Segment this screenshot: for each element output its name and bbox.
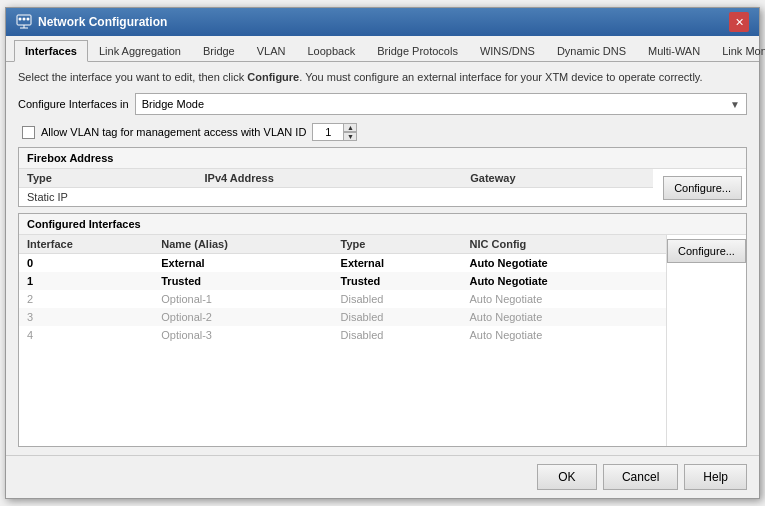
firebox-ipv4-cell xyxy=(197,188,463,207)
iface-cell-2: Disabled xyxy=(333,326,462,344)
interfaces-table: Interface Name (Alias) Type NIC Config 0… xyxy=(19,235,666,344)
table-row[interactable]: 4Optional-3DisabledAuto Negotiate xyxy=(19,326,666,344)
table-row[interactable]: 3Optional-2DisabledAuto Negotiate xyxy=(19,308,666,326)
table-row[interactable]: 1TrustedTrustedAuto Negotiate xyxy=(19,272,666,290)
iface-cell-3: Auto Negotiate xyxy=(462,272,667,290)
iface-col-nic: NIC Config xyxy=(462,235,667,254)
ok-button[interactable]: OK xyxy=(537,464,597,490)
vlan-row: Allow VLAN tag for management access wit… xyxy=(18,123,747,141)
iface-cell-2: Disabled xyxy=(333,290,462,308)
interfaces-table-wrap: Interface Name (Alias) Type NIC Config 0… xyxy=(19,235,666,446)
tab-interfaces[interactable]: Interfaces xyxy=(14,40,88,62)
info-suffix: . You must configure an external interfa… xyxy=(299,71,702,83)
iface-cell-1: External xyxy=(153,254,332,273)
iface-col-name: Name (Alias) xyxy=(153,235,332,254)
svg-point-4 xyxy=(23,18,26,21)
vlan-decrement-button[interactable]: ▼ xyxy=(343,132,357,141)
svg-point-3 xyxy=(19,18,22,21)
tab-dynamic-dns[interactable]: Dynamic DNS xyxy=(546,40,637,61)
firebox-type-cell: Static IP xyxy=(19,188,197,207)
info-text: Select the interface you want to edit, t… xyxy=(18,70,747,85)
tab-link-monitor[interactable]: Link Monitor xyxy=(711,40,765,61)
dropdown-value: Bridge Mode xyxy=(142,98,204,110)
firebox-table-wrap: Type IPv4 Address Gateway Static IP xyxy=(19,169,653,206)
firebox-table: Type IPv4 Address Gateway Static IP xyxy=(19,169,653,206)
help-button[interactable]: Help xyxy=(684,464,747,490)
iface-cell-1: Optional-3 xyxy=(153,326,332,344)
dropdown-arrow-icon: ▼ xyxy=(730,99,740,110)
tab-link-aggregation[interactable]: Link Aggregation xyxy=(88,40,192,61)
close-button[interactable]: ✕ xyxy=(729,12,749,32)
iface-cell-1: Optional-2 xyxy=(153,308,332,326)
configure-in-dropdown[interactable]: Bridge Mode ▼ xyxy=(135,93,747,115)
iface-col-interface: Interface xyxy=(19,235,153,254)
table-row: Static IP xyxy=(19,188,653,207)
title-bar-left: Network Configuration xyxy=(16,14,167,30)
info-prefix: Select the interface you want to edit, t… xyxy=(18,71,247,83)
iface-cell-0: 3 xyxy=(19,308,153,326)
firebox-content: Type IPv4 Address Gateway Static IP xyxy=(19,169,746,206)
dialog-title: Network Configuration xyxy=(38,15,167,29)
iface-cell-1: Optional-1 xyxy=(153,290,332,308)
configured-interfaces-title: Configured Interfaces xyxy=(19,214,746,235)
vlan-label: Allow VLAN tag for management access wit… xyxy=(41,126,306,138)
network-configuration-dialog: Network Configuration ✕ Interfaces Link … xyxy=(5,7,760,499)
table-row[interactable]: 2Optional-1DisabledAuto Negotiate xyxy=(19,290,666,308)
iface-cell-3: Auto Negotiate xyxy=(462,326,667,344)
tab-loopback[interactable]: Loopback xyxy=(296,40,366,61)
vlan-spinner: ▲ ▼ xyxy=(343,123,357,141)
tab-vlan[interactable]: VLAN xyxy=(246,40,297,61)
firebox-col-type: Type xyxy=(19,169,197,188)
iface-cell-2: External xyxy=(333,254,462,273)
configure-in-row: Configure Interfaces in Bridge Mode ▼ xyxy=(18,93,747,115)
firebox-address-section: Firebox Address Type IPv4 Address Gatewa… xyxy=(18,147,747,207)
tab-bridge[interactable]: Bridge xyxy=(192,40,246,61)
footer-bar: OK Cancel Help xyxy=(6,455,759,498)
svg-point-5 xyxy=(27,18,30,21)
iface-cell-0: 0 xyxy=(19,254,153,273)
interfaces-body: Interface Name (Alias) Type NIC Config 0… xyxy=(19,235,746,446)
vlan-increment-button[interactable]: ▲ xyxy=(343,123,357,132)
iface-cell-2: Disabled xyxy=(333,308,462,326)
firebox-address-title: Firebox Address xyxy=(19,148,746,169)
iface-cell-3: Auto Negotiate xyxy=(462,308,667,326)
firebox-configure-button[interactable]: Configure... xyxy=(663,176,742,200)
tab-bridge-protocols[interactable]: Bridge Protocols xyxy=(366,40,469,61)
firebox-col-ipv4: IPv4 Address xyxy=(197,169,463,188)
firebox-gateway-cell xyxy=(462,188,653,207)
iface-cell-0: 2 xyxy=(19,290,153,308)
interfaces-configure-right: Configure... xyxy=(666,235,746,446)
cancel-button[interactable]: Cancel xyxy=(603,464,678,490)
main-content: Select the interface you want to edit, t… xyxy=(6,62,759,455)
tab-multi-wan[interactable]: Multi-WAN xyxy=(637,40,711,61)
iface-cell-0: 1 xyxy=(19,272,153,290)
vlan-checkbox[interactable] xyxy=(22,126,35,139)
iface-cell-3: Auto Negotiate xyxy=(462,290,667,308)
network-icon xyxy=(16,14,32,30)
title-bar: Network Configuration ✕ xyxy=(6,8,759,36)
iface-col-type: Type xyxy=(333,235,462,254)
vlan-id-input[interactable] xyxy=(312,123,344,141)
tab-wins-dns[interactable]: WINS/DNS xyxy=(469,40,546,61)
info-bold: Configure xyxy=(247,71,299,83)
firebox-col-gateway: Gateway xyxy=(462,169,653,188)
firebox-configure-right: Configure... xyxy=(659,169,746,206)
iface-cell-3: Auto Negotiate xyxy=(462,254,667,273)
tabs-bar: Interfaces Link Aggregation Bridge VLAN … xyxy=(6,36,759,62)
table-row[interactable]: 0ExternalExternalAuto Negotiate xyxy=(19,254,666,273)
interfaces-configure-button[interactable]: Configure... xyxy=(667,239,746,263)
iface-cell-0: 4 xyxy=(19,326,153,344)
iface-cell-1: Trusted xyxy=(153,272,332,290)
configured-interfaces-section: Configured Interfaces Interface Name (Al… xyxy=(18,213,747,447)
configure-in-label: Configure Interfaces in xyxy=(18,98,129,110)
iface-cell-2: Trusted xyxy=(333,272,462,290)
